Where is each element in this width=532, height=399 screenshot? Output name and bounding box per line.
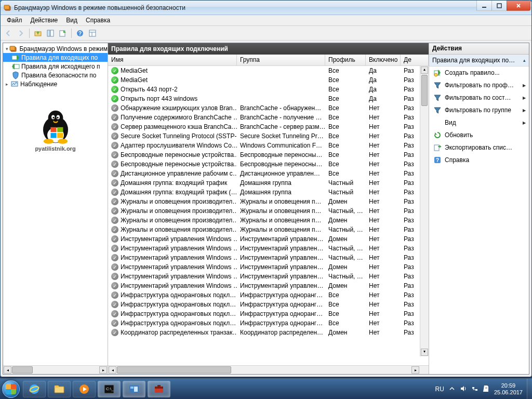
rule-row[interactable]: ✓Журналы и оповещения производител…Журна… xyxy=(108,197,429,206)
rule-row[interactable]: ✓Secure Socket Tunneling Protocol (SSTP-… xyxy=(108,131,429,141)
up-level-button[interactable] xyxy=(32,28,44,39)
disabled-rule-icon: ✓ xyxy=(111,235,118,243)
scroll-left-button[interactable]: ◂ xyxy=(109,366,116,374)
tray-language[interactable]: RU xyxy=(435,385,444,393)
rule-row[interactable]: ✓Адаптер прослушивателя Windows Co…Windo… xyxy=(108,141,429,150)
tray-volume-icon[interactable] xyxy=(460,385,467,393)
tree-item-security-rules[interactable]: Правила безопасности по xyxy=(3,71,108,79)
rule-row[interactable]: ✓Беспроводные переносные устройства…Бесп… xyxy=(108,150,429,159)
tree-item-outbound-rules[interactable]: Правила для исходящего п xyxy=(3,62,108,71)
action--[interactable]: Вид▶ xyxy=(429,116,529,129)
rule-row[interactable]: ✓Дистанционное управление рабочим с…Дист… xyxy=(108,169,429,178)
action--[interactable]: Создать правило... xyxy=(429,66,529,79)
action--[interactable]: Фильтровать по проф…▶ xyxy=(429,79,529,91)
rule-row[interactable]: ✓Сервер размещенного кэша BranchCa…Branc… xyxy=(108,122,429,131)
rule-row[interactable]: ✓Журналы и оповещения производител…Журна… xyxy=(108,225,429,234)
show-desktop-button[interactable] xyxy=(527,379,532,400)
rule-row[interactable]: ✓Журналы и оповещения производител…Журна… xyxy=(108,216,429,225)
help-button[interactable]: ? xyxy=(74,28,86,39)
actions-group-header[interactable]: Правила для входящих по… ▴ xyxy=(429,55,529,66)
col-enabled[interactable]: Включено xyxy=(366,55,401,65)
export-list-button[interactable] xyxy=(57,28,69,39)
rule-row[interactable]: ✓Инфраструктура одноранговых подкл…Инфра… xyxy=(108,318,429,328)
list-vertical-scrollbar[interactable]: ▴ ▾ xyxy=(420,66,429,356)
taskbar-cmd[interactable]: C:\_ xyxy=(98,381,121,397)
rule-row[interactable]: ✓MediaGetВсеДаРаз xyxy=(108,75,429,85)
scroll-thumb[interactable] xyxy=(12,366,33,374)
close-button[interactable] xyxy=(507,1,530,11)
rule-row[interactable]: ✓Получение содержимого BranchCache …Bran… xyxy=(108,113,429,122)
rule-row[interactable]: ✓Домашняя группа: входящий трафик (…Дома… xyxy=(108,188,429,197)
rule-row[interactable]: ✓Открыть порт 443 windowsВсеДаРаз xyxy=(108,94,429,103)
rule-row[interactable]: ✓Обнаружение кэширующих узлов Bran…Branc… xyxy=(108,103,429,113)
scroll-right-button[interactable]: ▸ xyxy=(99,366,107,374)
rule-row[interactable]: ✓Координатор распределенных транзак…Коор… xyxy=(108,328,429,337)
rule-row[interactable]: ✓Инфраструктура одноранговых подкл…Инфра… xyxy=(108,290,429,300)
rule-profile: Частный, … xyxy=(325,245,366,252)
list-horizontal-scrollbar[interactable]: ◂ ▸ xyxy=(108,365,429,374)
show-hide-tree-button[interactable] xyxy=(45,28,56,39)
none-icon xyxy=(433,118,442,127)
layout-button[interactable] xyxy=(87,28,98,39)
minimize-button[interactable] xyxy=(476,1,492,11)
rule-group: BranchCache - сервер разм… xyxy=(237,123,325,130)
start-button[interactable] xyxy=(0,379,22,400)
col-name[interactable]: Имя xyxy=(108,55,237,65)
tray-show-hidden-icon[interactable] xyxy=(448,385,456,393)
rule-row[interactable]: ✓Инструментарий управления Windows …Инст… xyxy=(108,281,429,290)
menu-help[interactable]: Справка xyxy=(82,16,114,25)
action--[interactable]: ?Справка xyxy=(429,154,529,166)
taskbar-toolbox[interactable] xyxy=(148,381,170,397)
rule-row[interactable]: ✓Инструментарий управления Windows …Инст… xyxy=(108,262,429,272)
scroll-down-button[interactable]: ▾ xyxy=(421,349,428,356)
taskbar-ie[interactable] xyxy=(23,381,46,397)
rule-row[interactable]: ✓Инструментарий управления Windows …Инст… xyxy=(108,234,429,244)
tray-action-center-icon[interactable] xyxy=(483,385,490,393)
disabled-rule-icon: ✓ xyxy=(111,273,118,280)
scroll-left-button[interactable]: ◂ xyxy=(4,366,11,374)
tree-item-label: Наблюдение xyxy=(20,81,57,88)
rule-row[interactable]: ✓Инфраструктура одноранговых подкл…Инфра… xyxy=(108,300,429,309)
scroll-thumb[interactable] xyxy=(421,75,428,106)
rule-row[interactable]: ✓Открыть 443 порт-2ВсеДаРаз xyxy=(108,85,429,94)
tree-horizontal-scrollbar[interactable]: ◂ ▸ xyxy=(3,365,108,374)
rule-row[interactable]: ✓Инструментарий управления Windows …Инст… xyxy=(108,244,429,253)
rule-row[interactable]: ✓Журналы и оповещения производител…Журна… xyxy=(108,206,429,216)
rule-row[interactable]: ✓MediaGetВсеДаРаз xyxy=(108,66,429,75)
action--[interactable]: Обновить xyxy=(429,129,529,141)
tree-root-label: Брандмауэр Windows в режим xyxy=(19,45,108,52)
tree-root[interactable]: ▾ Брандмауэр Windows в режим xyxy=(3,44,108,53)
action--[interactable]: Фильтровать по сост…▶ xyxy=(429,91,529,104)
chevron-right-icon[interactable]: ▸ xyxy=(3,82,10,87)
titlebar[interactable]: Брандмауэр Windows в режиме повышенной б… xyxy=(1,1,531,15)
menu-view[interactable]: Вид xyxy=(62,16,82,25)
chevron-down-icon[interactable]: ▾ xyxy=(4,46,9,51)
scroll-up-button[interactable]: ▴ xyxy=(421,66,428,74)
rule-row[interactable]: ✓Домашняя группа: входящий трафикДомашня… xyxy=(108,178,429,188)
col-profile[interactable]: Профиль xyxy=(325,55,366,65)
taskbar-explorer[interactable] xyxy=(48,381,71,397)
tray-clock[interactable]: 20:59 25.06.2017 xyxy=(494,382,523,396)
rule-enabled: Нет xyxy=(366,291,401,299)
maximize-button[interactable] xyxy=(491,1,507,11)
tree-item-inbound-rules[interactable]: Правила для входящих по xyxy=(3,53,108,62)
tray-network-icon[interactable] xyxy=(471,385,478,393)
action--[interactable]: Фильтровать по группе▶ xyxy=(429,104,529,116)
col-group[interactable]: Группа xyxy=(237,55,325,65)
rule-enabled: Нет xyxy=(366,170,401,177)
scroll-thumb[interactable] xyxy=(117,366,231,374)
action--[interactable]: Экспортировать спис… xyxy=(429,141,529,154)
disabled-rule-icon: ✓ xyxy=(111,301,118,308)
taskbar-mmc[interactable] xyxy=(123,381,145,397)
rule-row[interactable]: ✓Инфраструктура одноранговых подкл…Инфра… xyxy=(108,309,429,318)
col-action[interactable]: Де xyxy=(401,55,429,65)
rule-row[interactable]: ✓Инструментарий управления Windows …Инст… xyxy=(108,253,429,262)
scroll-right-button[interactable]: ▸ xyxy=(411,366,419,374)
menu-file[interactable]: Файл xyxy=(3,16,26,25)
tree-item-monitoring[interactable]: ▸ Наблюдение xyxy=(3,79,108,88)
menu-action[interactable]: Действие xyxy=(26,16,62,25)
rule-row[interactable]: ✓Беспроводные переносные устройства…Бесп… xyxy=(108,159,429,169)
rule-enabled: Нет xyxy=(366,161,401,168)
rule-row[interactable]: ✓Инструментарий управления Windows …Инст… xyxy=(108,272,429,281)
taskbar-media-player[interactable] xyxy=(73,381,96,397)
